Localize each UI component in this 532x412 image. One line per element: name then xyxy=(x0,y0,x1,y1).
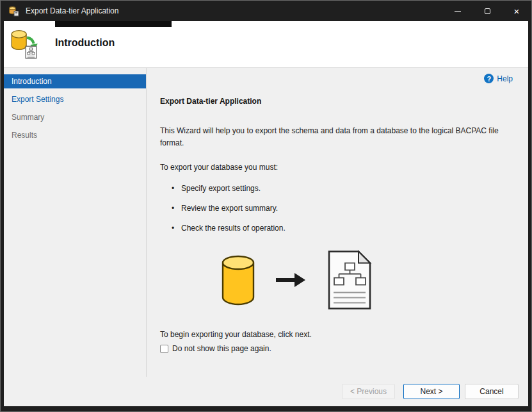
database-icon xyxy=(221,254,255,306)
requirement-item: Specify export settings. xyxy=(172,184,518,193)
content-heading: Export Data-tier Application xyxy=(160,97,518,106)
do-not-show-label[interactable]: Do not show this page again. xyxy=(172,344,271,353)
begin-text: To begin exporting your database, click … xyxy=(160,330,518,339)
help-row: ? Help xyxy=(484,74,513,83)
intro-text: This Wizard will help you to export the … xyxy=(160,125,518,149)
close-button[interactable]: × xyxy=(502,1,531,21)
help-icon[interactable]: ? xyxy=(484,74,494,83)
window-controls: × xyxy=(443,1,531,21)
sidebar-item-export-settings[interactable]: Export Settings xyxy=(4,92,146,106)
body-area: Introduction Export Settings Summary Res… xyxy=(4,68,528,377)
dialog-body: Introduction Introduction Export Setting… xyxy=(4,21,528,406)
maximize-button[interactable] xyxy=(472,1,502,21)
page-title: Introduction xyxy=(55,37,115,49)
minimize-button[interactable] xyxy=(443,1,472,21)
cancel-button[interactable]: Cancel xyxy=(465,384,519,399)
sidebar-item-introduction[interactable]: Introduction xyxy=(4,74,146,88)
previous-button[interactable]: < Previous xyxy=(342,384,395,399)
window-title: Export Data-tier Application xyxy=(26,6,118,15)
close-icon: × xyxy=(514,6,520,16)
app-icon xyxy=(8,5,20,17)
help-link[interactable]: Help xyxy=(497,74,513,83)
export-illustration xyxy=(221,248,518,312)
titlebar-tab-strip xyxy=(55,21,172,27)
title-bar[interactable]: Export Data-tier Application × xyxy=(1,1,531,21)
steps-sidebar: Introduction Export Settings Summary Res… xyxy=(4,68,147,377)
wizard-window: Export Data-tier Application × xyxy=(0,0,532,412)
content-pane: ? Help Export Data-tier Application This… xyxy=(147,68,528,377)
bacpac-file-icon xyxy=(326,249,373,311)
export-dac-icon xyxy=(10,28,39,62)
do-not-show-checkbox[interactable] xyxy=(160,345,168,353)
do-not-show-row: Do not show this page again. xyxy=(160,344,518,353)
sidebar-item-results: Results xyxy=(4,128,146,142)
requirement-item: Review the export summary. xyxy=(172,204,518,213)
requirements-list: Specify export settings. Review the expo… xyxy=(172,184,518,233)
content-inner: Export Data-tier Application This Wizard… xyxy=(160,97,518,353)
next-button[interactable]: Next > xyxy=(403,384,460,399)
footer-button-bar: < Previous Next > Cancel xyxy=(4,377,528,406)
sidebar-item-summary: Summary xyxy=(4,110,146,124)
requirement-item: Check the results of operation. xyxy=(172,224,518,233)
wizard-header: Introduction xyxy=(4,21,528,68)
minimize-icon xyxy=(455,11,461,12)
transform-arrow-icon xyxy=(276,273,305,287)
requirements-label: To export your database you must: xyxy=(160,163,518,172)
maximize-icon xyxy=(485,8,490,14)
